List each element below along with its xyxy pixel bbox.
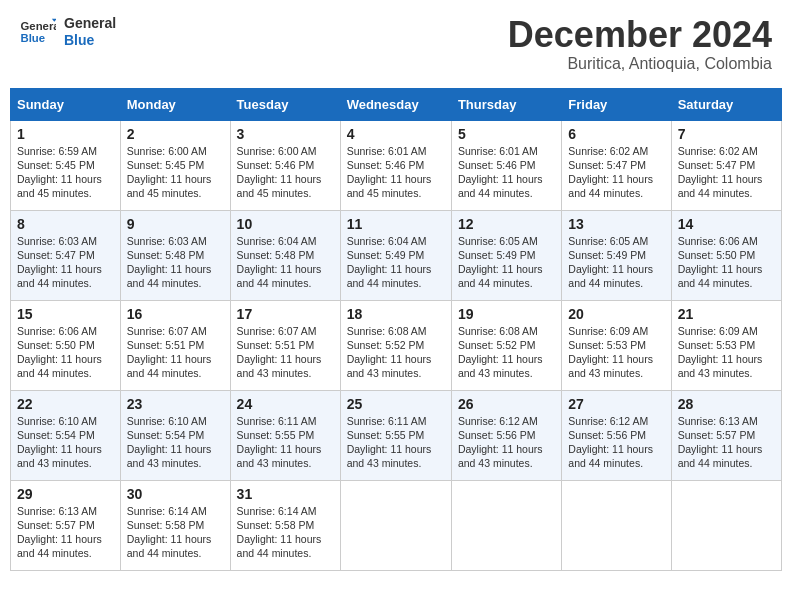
daylight-label: Daylight: 11 hours and 44 minutes. <box>568 263 653 289</box>
daylight-label: Daylight: 11 hours and 44 minutes. <box>678 443 763 469</box>
daylight-label: Daylight: 11 hours and 43 minutes. <box>237 353 322 379</box>
calendar-cell: 24 Sunrise: 6:11 AM Sunset: 5:55 PM Dayl… <box>230 390 340 480</box>
daylight-label: Daylight: 11 hours and 44 minutes. <box>17 353 102 379</box>
cell-info: Sunrise: 6:13 AM Sunset: 5:57 PM Dayligh… <box>17 504 114 561</box>
sunrise-label: Sunrise: 6:00 AM <box>127 145 207 157</box>
daylight-label: Daylight: 11 hours and 45 minutes. <box>237 173 322 199</box>
sunset-label: Sunset: 5:52 PM <box>458 339 536 351</box>
day-number: 17 <box>237 306 334 322</box>
week-row-1: 1 Sunrise: 6:59 AM Sunset: 5:45 PM Dayli… <box>11 120 782 210</box>
daylight-label: Daylight: 11 hours and 44 minutes. <box>127 263 212 289</box>
sunset-label: Sunset: 5:48 PM <box>127 249 205 261</box>
cell-info: Sunrise: 6:13 AM Sunset: 5:57 PM Dayligh… <box>678 414 775 471</box>
sunrise-label: Sunrise: 6:10 AM <box>17 415 97 427</box>
daylight-label: Daylight: 11 hours and 44 minutes. <box>458 263 543 289</box>
day-number: 6 <box>568 126 664 142</box>
day-number: 2 <box>127 126 224 142</box>
day-number: 3 <box>237 126 334 142</box>
cell-info: Sunrise: 6:03 AM Sunset: 5:48 PM Dayligh… <box>127 234 224 291</box>
sunset-label: Sunset: 5:55 PM <box>237 429 315 441</box>
sunset-label: Sunset: 5:45 PM <box>17 159 95 171</box>
calendar-body: 1 Sunrise: 6:59 AM Sunset: 5:45 PM Dayli… <box>11 120 782 570</box>
sunrise-label: Sunrise: 6:01 AM <box>458 145 538 157</box>
month-title: December 2024 <box>508 15 772 55</box>
day-number: 22 <box>17 396 114 412</box>
calendar-cell: 29 Sunrise: 6:13 AM Sunset: 5:57 PM Dayl… <box>11 480 121 570</box>
sunset-label: Sunset: 5:53 PM <box>568 339 646 351</box>
sunset-label: Sunset: 5:45 PM <box>127 159 205 171</box>
day-number: 4 <box>347 126 445 142</box>
calendar-cell: 21 Sunrise: 6:09 AM Sunset: 5:53 PM Dayl… <box>671 300 781 390</box>
cell-info: Sunrise: 6:07 AM Sunset: 5:51 PM Dayligh… <box>127 324 224 381</box>
sunset-label: Sunset: 5:46 PM <box>458 159 536 171</box>
sunset-label: Sunset: 5:47 PM <box>678 159 756 171</box>
sunrise-label: Sunrise: 6:07 AM <box>127 325 207 337</box>
svg-text:General: General <box>21 20 57 32</box>
cell-info: Sunrise: 6:01 AM Sunset: 5:46 PM Dayligh… <box>458 144 555 201</box>
day-number: 13 <box>568 216 664 232</box>
daylight-label: Daylight: 11 hours and 43 minutes. <box>127 443 212 469</box>
cell-info: Sunrise: 6:11 AM Sunset: 5:55 PM Dayligh… <box>237 414 334 471</box>
day-number: 31 <box>237 486 334 502</box>
sunset-label: Sunset: 5:46 PM <box>237 159 315 171</box>
calendar-cell: 10 Sunrise: 6:04 AM Sunset: 5:48 PM Dayl… <box>230 210 340 300</box>
day-number: 28 <box>678 396 775 412</box>
daylight-label: Daylight: 11 hours and 43 minutes. <box>458 353 543 379</box>
day-number: 14 <box>678 216 775 232</box>
cell-info: Sunrise: 6:08 AM Sunset: 5:52 PM Dayligh… <box>347 324 445 381</box>
calendar-cell: 9 Sunrise: 6:03 AM Sunset: 5:48 PM Dayli… <box>120 210 230 300</box>
calendar-header-row: SundayMondayTuesdayWednesdayThursdayFrid… <box>11 88 782 120</box>
sunrise-label: Sunrise: 6:09 AM <box>678 325 758 337</box>
sunrise-label: Sunrise: 6:59 AM <box>17 145 97 157</box>
sunset-label: Sunset: 5:56 PM <box>568 429 646 441</box>
daylight-label: Daylight: 11 hours and 44 minutes. <box>568 443 653 469</box>
cell-info: Sunrise: 6:04 AM Sunset: 5:49 PM Dayligh… <box>347 234 445 291</box>
cell-info: Sunrise: 6:06 AM Sunset: 5:50 PM Dayligh… <box>17 324 114 381</box>
daylight-label: Daylight: 11 hours and 44 minutes. <box>17 263 102 289</box>
calendar-cell <box>562 480 671 570</box>
sunrise-label: Sunrise: 6:06 AM <box>678 235 758 247</box>
sunrise-label: Sunrise: 6:01 AM <box>347 145 427 157</box>
calendar-cell: 11 Sunrise: 6:04 AM Sunset: 5:49 PM Dayl… <box>340 210 451 300</box>
sunrise-label: Sunrise: 6:03 AM <box>17 235 97 247</box>
cell-info: Sunrise: 6:01 AM Sunset: 5:46 PM Dayligh… <box>347 144 445 201</box>
calendar-cell: 6 Sunrise: 6:02 AM Sunset: 5:47 PM Dayli… <box>562 120 671 210</box>
sunset-label: Sunset: 5:58 PM <box>237 519 315 531</box>
cell-info: Sunrise: 6:12 AM Sunset: 5:56 PM Dayligh… <box>458 414 555 471</box>
daylight-label: Daylight: 11 hours and 44 minutes. <box>568 173 653 199</box>
logo-line1: General <box>64 15 116 32</box>
daylight-label: Daylight: 11 hours and 43 minutes. <box>568 353 653 379</box>
cell-info: Sunrise: 6:05 AM Sunset: 5:49 PM Dayligh… <box>568 234 664 291</box>
cell-info: Sunrise: 6:04 AM Sunset: 5:48 PM Dayligh… <box>237 234 334 291</box>
day-number: 29 <box>17 486 114 502</box>
daylight-label: Daylight: 11 hours and 45 minutes. <box>17 173 102 199</box>
calendar-cell: 1 Sunrise: 6:59 AM Sunset: 5:45 PM Dayli… <box>11 120 121 210</box>
daylight-label: Daylight: 11 hours and 45 minutes. <box>127 173 212 199</box>
day-number: 19 <box>458 306 555 322</box>
daylight-label: Daylight: 11 hours and 44 minutes. <box>458 173 543 199</box>
calendar-cell: 13 Sunrise: 6:05 AM Sunset: 5:49 PM Dayl… <box>562 210 671 300</box>
cell-info: Sunrise: 6:05 AM Sunset: 5:49 PM Dayligh… <box>458 234 555 291</box>
day-number: 11 <box>347 216 445 232</box>
day-number: 8 <box>17 216 114 232</box>
logo-icon: General Blue <box>20 18 56 46</box>
sunrise-label: Sunrise: 6:12 AM <box>568 415 648 427</box>
daylight-label: Daylight: 11 hours and 44 minutes. <box>237 263 322 289</box>
day-number: 7 <box>678 126 775 142</box>
day-number: 12 <box>458 216 555 232</box>
calendar-cell: 19 Sunrise: 6:08 AM Sunset: 5:52 PM Dayl… <box>451 300 561 390</box>
day-number: 9 <box>127 216 224 232</box>
header-day-friday: Friday <box>562 88 671 120</box>
sunset-label: Sunset: 5:46 PM <box>347 159 425 171</box>
header-day-monday: Monday <box>120 88 230 120</box>
header-day-tuesday: Tuesday <box>230 88 340 120</box>
cell-info: Sunrise: 6:11 AM Sunset: 5:55 PM Dayligh… <box>347 414 445 471</box>
calendar-cell: 20 Sunrise: 6:09 AM Sunset: 5:53 PM Dayl… <box>562 300 671 390</box>
calendar-cell: 23 Sunrise: 6:10 AM Sunset: 5:54 PM Dayl… <box>120 390 230 480</box>
daylight-label: Daylight: 11 hours and 45 minutes. <box>347 173 432 199</box>
sunset-label: Sunset: 5:49 PM <box>458 249 536 261</box>
cell-info: Sunrise: 6:12 AM Sunset: 5:56 PM Dayligh… <box>568 414 664 471</box>
calendar-cell: 4 Sunrise: 6:01 AM Sunset: 5:46 PM Dayli… <box>340 120 451 210</box>
calendar-cell: 22 Sunrise: 6:10 AM Sunset: 5:54 PM Dayl… <box>11 390 121 480</box>
calendar-cell: 31 Sunrise: 6:14 AM Sunset: 5:58 PM Dayl… <box>230 480 340 570</box>
